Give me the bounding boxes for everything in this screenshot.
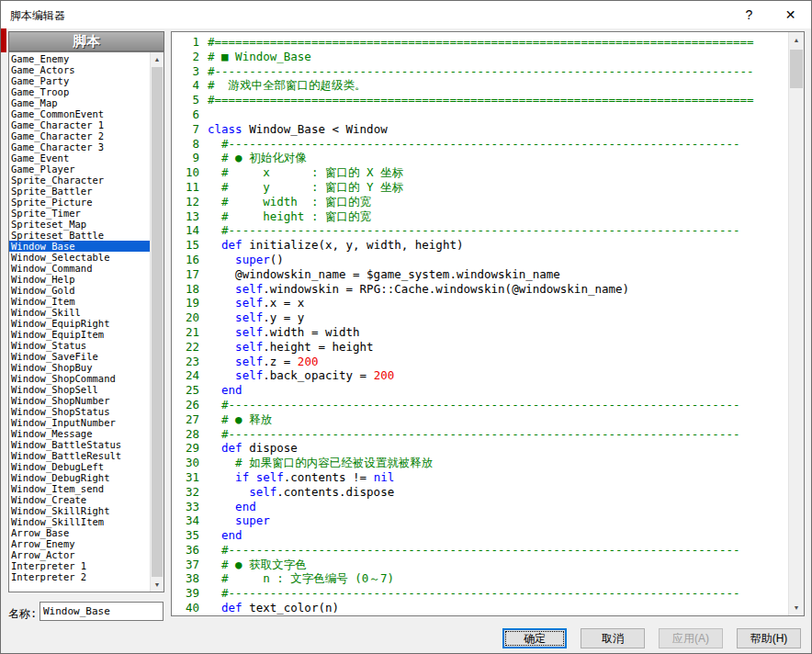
code-line: 27 # ● 释放 — [172, 412, 788, 427]
help-button[interactable]: 帮助(H) — [737, 628, 801, 648]
script-list-scrollbar[interactable]: ▲ ▼ — [150, 52, 164, 592]
script-list-item[interactable]: Window_DebugLeft — [9, 461, 150, 472]
code-token — [208, 441, 221, 455]
script-list-item[interactable]: Window_ShopSell — [9, 384, 150, 395]
code-area[interactable]: 1#======================================… — [172, 32, 788, 615]
script-list-item[interactable]: Arrow_Actor — [9, 549, 150, 560]
close-icon[interactable]: ✕ — [770, 1, 811, 28]
script-list-item[interactable]: Sprite_Character — [9, 175, 150, 186]
script-list-item[interactable]: Window_Base — [9, 241, 150, 252]
line-number: 5 — [172, 93, 199, 107]
script-list-item[interactable]: Game_Party — [9, 75, 150, 86]
line-number: 13 — [172, 209, 199, 224]
script-list-item[interactable]: Arrow_Enemy — [9, 538, 150, 549]
script-list-item[interactable]: Game_CommonEvent — [9, 108, 150, 119]
script-list-item[interactable]: Window_SkillItem — [9, 516, 150, 527]
line-number: 36 — [172, 543, 199, 558]
line-number: 4 — [172, 78, 199, 93]
line-number: 37 — [172, 558, 199, 572]
editor-scrollbar[interactable]: ▲ ▼ — [788, 32, 804, 615]
line-number: 34 — [172, 513, 199, 528]
scroll-down-icon[interactable]: ▼ — [151, 578, 164, 592]
script-list-item[interactable]: Game_Troop — [9, 86, 150, 97]
code-token: #=======================================… — [208, 35, 754, 49]
script-list-item[interactable]: Interpreter 1 — [9, 560, 150, 571]
script-list-item[interactable]: Game_Event — [9, 152, 150, 164]
script-list-item[interactable]: Window_Item — [9, 296, 150, 307]
code-line: 24 self.back_opacity = 200 — [172, 368, 788, 383]
script-list-item[interactable]: Window_InputNumber — [9, 417, 150, 428]
script-list-item[interactable]: Window_EquipItem — [9, 329, 150, 340]
code-token: self — [235, 282, 263, 296]
script-list-items[interactable]: Game_EnemyGame_ActorsGame_PartyGame_Troo… — [9, 53, 150, 592]
script-list-item[interactable]: Window_Message — [9, 428, 150, 439]
cancel-button[interactable]: 取消 — [581, 628, 645, 648]
code-line: 28 #------------------------------------… — [172, 427, 788, 442]
line-number: 22 — [172, 340, 199, 355]
line-number: 7 — [172, 122, 199, 137]
apply-button[interactable]: 应用(A) — [659, 628, 723, 648]
script-list-item[interactable]: Game_Player — [9, 164, 150, 175]
code-token: .contents.dispose — [276, 485, 394, 499]
script-list-item[interactable]: Sprite_Timer — [9, 208, 150, 219]
script-list-item[interactable]: Window_Command — [9, 263, 150, 274]
titlebar[interactable]: 脚本编辑器 ? ✕ — [1, 1, 811, 28]
script-list-item[interactable]: Window_Selectable — [9, 252, 150, 263]
line-number: 30 — [172, 456, 199, 470]
code-token: nil — [374, 470, 395, 484]
code-editor[interactable]: 1#======================================… — [171, 31, 805, 616]
titlebar-help-icon[interactable]: ? — [728, 1, 770, 28]
line-number: 8 — [172, 137, 199, 152]
code-line: 11 # y : 窗口的 Y 坐标 — [172, 180, 788, 195]
code-line: 23 self.z = 200 — [172, 355, 788, 369]
script-list-item[interactable]: Window_Create — [9, 494, 150, 505]
script-list-item[interactable]: Window_SaveFile — [9, 351, 150, 362]
script-list-item[interactable]: Window_ShopStatus — [9, 406, 150, 417]
script-list-item[interactable]: Window_Status — [9, 340, 150, 351]
code-line: 4# 游戏中全部窗口的超级类。 — [172, 78, 788, 93]
script-list-item[interactable]: Game_Character 2 — [9, 130, 150, 141]
script-list-item[interactable]: Spriteset_Map — [9, 219, 150, 230]
script-list-item[interactable]: Window_DebugRight — [9, 472, 150, 483]
name-input[interactable] — [39, 602, 164, 621]
script-list-item[interactable]: Window_Gold — [9, 285, 150, 296]
code-token: self — [235, 368, 263, 382]
scroll-up-icon[interactable]: ▲ — [151, 52, 164, 66]
code-line: 6 — [172, 107, 788, 122]
script-list-item[interactable]: Window_Skill — [9, 307, 150, 318]
script-list-item[interactable]: Window_Item_send — [9, 483, 150, 494]
script-list-item[interactable]: Window_SkillRight — [9, 505, 150, 516]
code-token — [208, 310, 235, 324]
line-number: 18 — [172, 282, 199, 297]
script-list-item[interactable]: Window_ShopCommand — [9, 373, 150, 384]
ok-button[interactable]: 确定 — [502, 628, 567, 648]
code-token: #---------------------------------------… — [208, 223, 739, 237]
script-list-item[interactable]: Sprite_Battler — [9, 186, 150, 197]
script-list-item[interactable]: Window_Help — [9, 274, 150, 285]
script-list-item[interactable]: Game_Enemy — [9, 53, 150, 64]
script-list-item[interactable]: Window_EquipRight — [9, 318, 150, 329]
script-list-item[interactable]: Interpreter 2 — [9, 571, 150, 582]
script-list[interactable]: Game_EnemyGame_ActorsGame_PartyGame_Troo… — [8, 51, 164, 592]
script-list-item[interactable]: Window_BattleResult — [9, 450, 150, 461]
code-token: # width : 窗口的宽 — [208, 195, 371, 209]
code-token — [208, 601, 221, 615]
script-list-item[interactable]: Game_Character 1 — [9, 119, 150, 130]
script-list-item[interactable]: Game_Actors — [9, 64, 150, 75]
scrollbar-thumb[interactable] — [152, 67, 163, 577]
scroll-up-icon[interactable]: ▲ — [789, 32, 804, 48]
code-line: 36 #------------------------------------… — [172, 543, 788, 558]
code-line: 35 end — [172, 528, 788, 543]
scrollbar-thumb[interactable] — [790, 50, 803, 88]
code-line: 29 def dispose — [172, 441, 788, 456]
scroll-down-icon[interactable]: ▼ — [789, 600, 804, 615]
script-list-item[interactable]: Window_BattleStatus — [9, 439, 150, 450]
script-list-item[interactable]: Spriteset_Battle — [9, 230, 150, 241]
script-list-item[interactable]: Game_Character 3 — [9, 141, 150, 152]
code-token: def — [221, 441, 242, 455]
script-list-item[interactable]: Window_ShopBuy — [9, 362, 150, 373]
script-list-item[interactable]: Game_Map — [9, 97, 150, 108]
script-list-item[interactable]: Window_ShopNumber — [9, 395, 150, 406]
script-list-item[interactable]: Sprite_Picture — [9, 197, 150, 208]
script-list-item[interactable]: Arrow_Base — [9, 527, 150, 538]
